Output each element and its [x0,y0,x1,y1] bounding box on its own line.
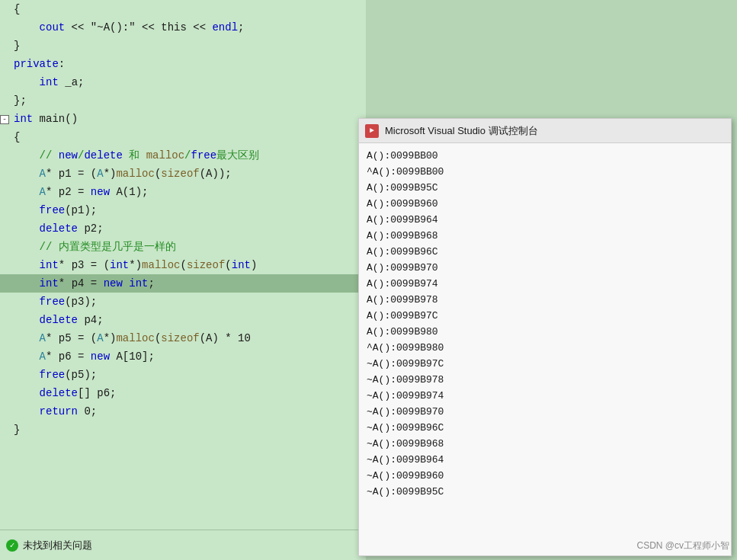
line-content: return 0; [11,403,97,420]
collapse-marker[interactable] [0,257,11,274]
code-line: cout << "~A():" << this << endl; [0,18,366,37]
code-line: private: [0,55,366,73]
code-line: free(p1); [0,201,366,219]
console-output-line: A():0099B96C [367,244,723,260]
console-output-line: A():0099B978 [367,292,723,308]
collapse-marker[interactable] [0,19,11,36]
code-line: int _a; [0,73,366,91]
code-line: delete p2; [0,219,366,238]
collapse-marker[interactable] [0,421,11,438]
console-output-line: A():0099B964 [367,212,723,228]
line-content: }; [11,92,27,109]
line-content: cout << "~A():" << this << endl; [11,19,244,36]
line-content: A* p5 = (A*)malloc(sizeof(A) * 10 [11,330,251,347]
code-line: } [0,37,366,55]
console-output-line: A():0099B974 [367,276,723,292]
console-output-line: ~A():0099B968 [367,436,723,452]
line-content: A* p6 = new A[10]; [11,348,155,365]
collapse-marker[interactable] [0,403,11,420]
collapse-marker[interactable] [0,37,11,54]
collapse-marker[interactable] [0,184,11,200]
collapse-marker[interactable] [0,220,11,237]
collapse-marker[interactable] [0,385,11,402]
collapse-marker[interactable]: - [0,110,11,127]
collapse-marker[interactable] [0,366,11,383]
line-content: A* p2 = new A(1); [11,184,148,200]
line-content: } [11,37,20,54]
collapse-marker[interactable] [0,92,11,109]
line-content: int* p4 = new int; [11,275,155,292]
code-line: int* p4 = new int; [0,274,366,293]
line-content: // new/delete 和 malloc/free最大区别 [11,147,259,164]
line-content: free(p5); [11,366,97,383]
status-bar: ✓ 未找到相关问题 [0,530,366,560]
console-output-line: A():0099B97C [367,308,723,324]
line-content: } [11,421,20,438]
code-line: }; [0,91,366,110]
line-content: int* p3 = (int*)malloc(sizeof(int) [11,257,257,274]
collapse-marker[interactable] [0,312,11,328]
console-output-line: ^A():0099B980 [367,340,723,356]
collapse-marker[interactable] [0,348,11,365]
collapse-marker[interactable] [0,238,11,255]
status-icon: ✓ [6,539,18,552]
line-content: int _a; [11,74,84,91]
console-output-line: ~A():0099B96C [367,420,723,436]
collapse-marker[interactable] [0,202,11,219]
console-output-line: ~A():0099B964 [367,452,723,468]
collapse-marker[interactable] [0,56,11,72]
console-output-line: ~A():0099B97C [367,356,723,372]
watermark: CSDN @cv工程师小智 [636,539,729,552]
console-output-line: ~A():0099B95C [367,484,723,500]
console-icon: ► [365,124,379,138]
line-content: delete[] p6; [11,385,116,402]
console-panel: ► Microsoft Visual Studio 调试控制台 A():0099… [358,118,732,556]
console-output-line: ^A():0099BB00 [367,164,723,180]
console-output-line: ~A():0099B960 [367,468,723,484]
collapse-marker[interactable] [0,147,11,164]
status-text: 未找到相关问题 [23,539,92,552]
console-title: Microsoft Visual Studio 调试控制台 [385,124,538,138]
console-output-line: ~A():0099B970 [367,404,723,420]
code-line: free(p3); [0,293,366,311]
collapse-marker[interactable] [0,293,11,310]
line-content: { [11,1,20,18]
line-content: A* p1 = (A*)malloc(sizeof(A)); [11,165,232,182]
line-content: private: [11,56,65,72]
code-line: A* p2 = new A(1); [0,183,366,201]
collapse-marker[interactable] [0,74,11,91]
collapse-marker[interactable] [0,275,11,292]
code-line: A* p5 = (A*)malloc(sizeof(A) * 10 [0,329,366,347]
collapse-marker[interactable] [0,330,11,347]
console-output-line: A():0099B960 [367,196,723,212]
collapse-marker[interactable] [0,165,11,182]
code-line: } [0,421,366,439]
code-line: // 内置类型是几乎是一样的 [0,238,366,256]
console-output-line: A():0099B95C [367,180,723,196]
console-output-line: ~A():0099B978 [367,372,723,388]
line-content: // 内置类型是几乎是一样的 [11,238,176,255]
line-content: delete p4; [11,312,104,328]
collapse-marker[interactable] [0,1,11,18]
code-line: int* p3 = (int*)malloc(sizeof(int) [0,256,366,274]
console-titlebar: ► Microsoft Visual Studio 调试控制台 [359,119,731,143]
console-output-line: A():0099B968 [367,228,723,244]
line-content: free(p3); [11,293,97,310]
line-content: free(p1); [11,202,97,219]
code-editor: { cout << "~A():" << this << endl; } pri… [0,0,366,530]
code-line: -int main() [0,110,366,128]
collapse-marker[interactable] [0,129,11,146]
line-content: delete p2; [11,220,104,237]
console-output-line: A():0099BB00 [367,148,723,164]
code-line: delete p4; [0,311,366,329]
console-output-line: A():0099B970 [367,260,723,276]
console-output[interactable]: A():0099BB00^A():0099BB00A():0099B95CA()… [359,143,731,555]
code-line: // new/delete 和 malloc/free最大区别 [0,146,366,165]
console-output-line: ~A():0099B974 [367,388,723,404]
code-line: A* p1 = (A*)malloc(sizeof(A)); [0,165,366,183]
code-line: { [0,0,366,18]
console-output-line: A():0099B980 [367,324,723,340]
code-line: delete[] p6; [0,384,366,402]
line-content: { [11,129,20,146]
code-line: A* p6 = new A[10]; [0,347,366,366]
